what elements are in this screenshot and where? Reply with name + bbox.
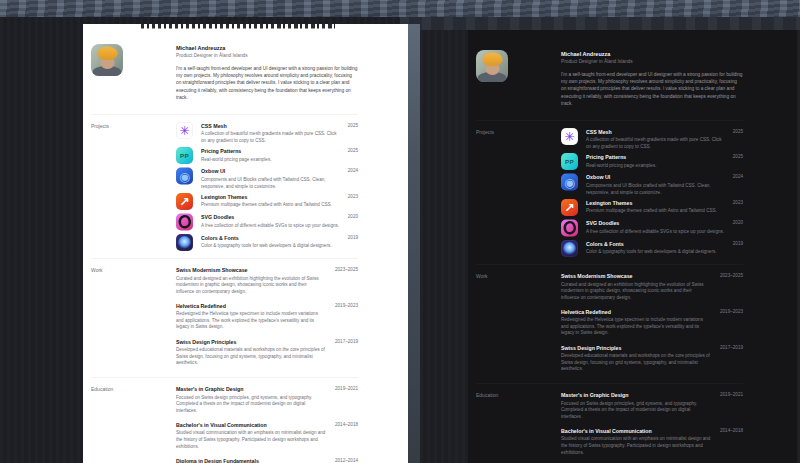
section-label: Work — [476, 272, 561, 379]
item-title[interactable]: Lexington Themes — [201, 193, 342, 200]
project-icon-glyph: ✳ — [564, 130, 574, 143]
item-title: Diploma in Design Fundamentals — [176, 457, 329, 463]
projects-item[interactable]: Colors & Fonts Color & typography tools … — [561, 240, 743, 257]
item-title: Swiss Modernism Showcase — [176, 266, 329, 273]
item-main: CSS Mesh A collection of beautiful mesh … — [201, 122, 342, 144]
item-main: Pricing Patterns Real-world pricing page… — [201, 147, 342, 162]
item-title[interactable]: Colors & Fonts — [586, 240, 727, 247]
svg-doodles-icon — [176, 213, 193, 230]
section-work: Work Swiss Modernism Showcase Curated an… — [476, 264, 743, 383]
item-main: Master's in Graphic Design Focused on Sw… — [176, 385, 329, 413]
profile-role: Product Designer in Åland Islands — [176, 52, 358, 59]
item-period: 2025 — [727, 153, 743, 160]
item-description: Curated and designed an exhibition highl… — [176, 275, 326, 295]
section-label: Work — [91, 266, 176, 373]
item-main: SVG Doodles A free collection of differe… — [201, 213, 342, 228]
item-period: 2020 — [342, 213, 358, 220]
projects-item[interactable]: PP Pricing Patterns Real-world pricing p… — [561, 153, 743, 170]
section-projects: Projects ✳ CSS Mesh A collection of beau… — [91, 114, 358, 258]
item-main: Oxbow UI Components and UI Blocks crafte… — [201, 168, 342, 190]
css-mesh-icon: ✳ — [561, 128, 578, 145]
item-description: Color & typography tools for web develop… — [586, 248, 727, 255]
item-main: Helvetica Redefined Redesigned the Helve… — [176, 302, 329, 330]
item-period: 2025 — [342, 122, 358, 129]
section-label: Projects — [476, 128, 561, 260]
item-main: CSS Mesh A collection of beautiful mesh … — [586, 128, 727, 150]
item-title: Bachelor's in Visual Communication — [176, 421, 329, 428]
item-main: Bachelor's in Visual Communication Studi… — [176, 421, 329, 449]
item-period: 2017–2019 — [714, 344, 743, 351]
item-main: Oxbow UI Components and UI Blocks crafte… — [586, 174, 727, 196]
item-title: Swiss Design Principles — [561, 344, 714, 351]
project-icon-glyph: ✳ — [179, 124, 189, 137]
colors-and-fonts-icon — [176, 234, 193, 251]
item-period: 2023 — [342, 193, 358, 200]
item-title: Helvetica Redefined — [561, 308, 714, 315]
project-icon-glyph: PP — [565, 159, 574, 165]
work-item: Swiss Design Principles Developed educat… — [176, 338, 358, 366]
item-period: 2019 — [342, 234, 358, 241]
profile-text: Michael Andreuzza Product Designer in Ål… — [561, 50, 743, 107]
item-title[interactable]: SVG Doodles — [586, 219, 727, 226]
resume-page: Michael Andreuzza Product Designer in Ål… — [83, 24, 420, 463]
work-item: Swiss Design Principles Developed educat… — [561, 344, 743, 372]
avatar-beanie — [483, 53, 503, 67]
item-title: Swiss Modernism Showcase — [561, 272, 714, 279]
item-description: Redesigned the Helvetica type specimen t… — [176, 311, 326, 331]
scrollbar[interactable] — [408, 24, 420, 463]
item-description: Components and UI Blocks crafted with Ta… — [201, 176, 342, 189]
section-education: Education Master's in Graphic Design Foc… — [91, 377, 358, 463]
item-period: 2024 — [342, 168, 358, 175]
projects-item[interactable]: ◉ Oxbow UI Components and UI Blocks craf… — [561, 174, 743, 196]
item-title[interactable]: Pricing Patterns — [586, 153, 727, 160]
item-period: 2025 — [727, 128, 743, 135]
item-period: 2014–2018 — [329, 421, 358, 428]
item-period: 2019–2023 — [329, 302, 358, 309]
item-title[interactable]: Lexington Themes — [586, 199, 727, 206]
projects-item[interactable]: ✳ CSS Mesh A collection of beautiful mes… — [176, 122, 358, 144]
project-icon-glyph: ◉ — [564, 176, 575, 189]
item-main: Swiss Design Principles Developed educat… — [176, 338, 329, 366]
item-period: 2019 — [727, 240, 743, 247]
item-description: Premium multipage themes crafted with As… — [201, 201, 342, 208]
css-mesh-icon: ✳ — [176, 122, 193, 139]
sections: Projects ✳ CSS Mesh A collection of beau… — [476, 120, 743, 463]
projects-item[interactable]: PP Pricing Patterns Real-world pricing p… — [176, 147, 358, 164]
item-title[interactable]: SVG Doodles — [201, 213, 342, 220]
item-description: Developed educational materials and work… — [561, 352, 711, 372]
education-item: Master's in Graphic Design Focused on Sw… — [561, 391, 743, 419]
section-label: Education — [476, 391, 561, 463]
section-work: Work Swiss Modernism Showcase Curated an… — [91, 258, 358, 377]
item-title[interactable]: Oxbow UI — [586, 174, 727, 181]
item-main: Diploma in Design Fundamentals Learned f… — [176, 457, 329, 463]
item-description: A free collection of different editable … — [586, 228, 727, 235]
section-label: Projects — [91, 122, 176, 254]
project-icon-glyph: ↗ — [564, 201, 574, 214]
projects-item[interactable]: ↗ Lexington Themes Premium multipage the… — [561, 199, 743, 216]
projects-item[interactable]: ◉ Oxbow UI Components and UI Blocks craf… — [176, 168, 358, 190]
item-title: Helvetica Redefined — [176, 302, 329, 309]
section-projects: Projects ✳ CSS Mesh A collection of beau… — [476, 120, 743, 264]
projects-item[interactable]: Colors & Fonts Color & typography tools … — [176, 234, 358, 251]
section-items: Swiss Modernism Showcase Curated and des… — [176, 266, 358, 373]
resume-card-light: Michael Andreuzza Product Designer in Ål… — [83, 24, 420, 463]
profile-text: Michael Andreuzza Product Designer in Ål… — [176, 44, 358, 101]
item-description: Color & typography tools for web develop… — [201, 242, 342, 249]
item-description: A collection of beautiful mesh gradients… — [201, 131, 342, 144]
section-label: Education — [91, 385, 176, 463]
pricing-patterns-icon: PP — [176, 147, 193, 164]
item-main: Pricing Patterns Real-world pricing page… — [586, 153, 727, 168]
item-title[interactable]: Pricing Patterns — [201, 147, 342, 154]
projects-item[interactable]: SVG Doodles A free collection of differe… — [176, 213, 358, 230]
projects-item[interactable]: SVG Doodles A free collection of differe… — [561, 219, 743, 236]
projects-item[interactable]: ✳ CSS Mesh A collection of beautiful mes… — [561, 128, 743, 150]
item-description: Developed educational materials and work… — [176, 346, 326, 366]
item-title[interactable]: Oxbow UI — [201, 168, 342, 175]
item-main: Swiss Modernism Showcase Curated and des… — [176, 266, 329, 294]
education-item: Diploma in Design Fundamentals Learned f… — [176, 457, 358, 463]
item-title[interactable]: CSS Mesh — [586, 128, 727, 135]
item-description: Focused on Swiss design principles, grid… — [176, 394, 326, 414]
item-title[interactable]: CSS Mesh — [201, 122, 342, 129]
projects-item[interactable]: ↗ Lexington Themes Premium multipage the… — [176, 193, 358, 210]
item-title[interactable]: Colors & Fonts — [201, 234, 342, 241]
